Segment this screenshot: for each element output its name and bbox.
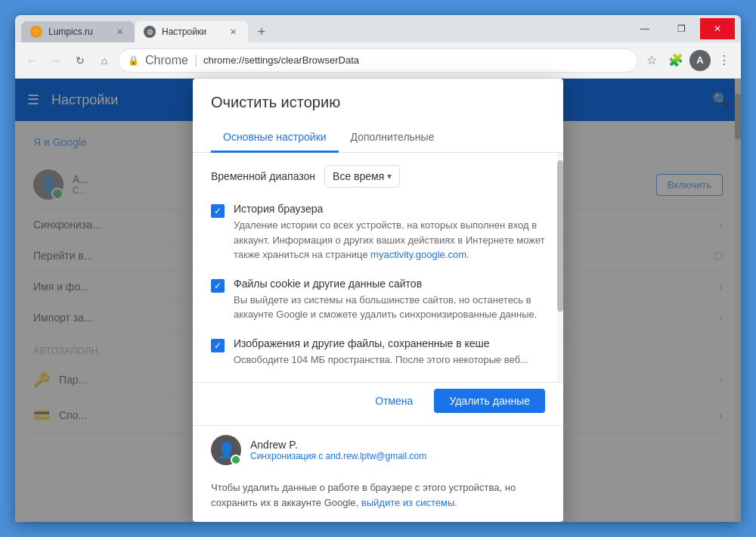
checkbox-cache-desc: Освободите 104 МБ пространства. После эт… <box>234 352 545 368</box>
modal-profile-name: Andrew P. <box>250 439 545 451</box>
checkbox-history-box[interactable]: ✓ <box>211 204 225 218</box>
modal-body[interactable]: Временной диапазон Все время ▾ ✓ История… <box>193 153 563 382</box>
checkbox-cookies-content: Файлы cookie и другие данные сайтов Вы в… <box>234 278 545 322</box>
checkbox-history-content: История браузера Удаление истории со все… <box>234 203 545 262</box>
profile-sync-badge <box>231 455 241 465</box>
clear-history-modal: Очистить историю Основные настройки Допо… <box>193 79 563 522</box>
settings-favicon: ⚙ <box>144 26 156 38</box>
url-chrome-part: Chrome <box>145 54 188 67</box>
modal-buttons: Отмена Удалить данные <box>193 382 563 425</box>
lock-icon: 🔒 <box>128 55 139 66</box>
modal-info-text: Чтобы удалить данные о работе в браузере… <box>193 474 563 522</box>
modal-scrollbar-track <box>557 153 563 382</box>
time-range-row: Временной диапазон Все время ▾ <box>211 165 545 188</box>
new-tab-button[interactable]: + <box>251 21 272 42</box>
tab-lumpics-close[interactable]: ✕ <box>113 26 125 38</box>
checkmark-icon: ✓ <box>214 206 222 216</box>
window-controls: — ❐ ✕ <box>627 18 735 42</box>
checkbox-cache[interactable]: ✓ Изображения и другие файлы, сохраненны… <box>211 337 545 368</box>
signout-link[interactable]: выйдите из системы. <box>361 497 457 508</box>
checkmark-cookies-icon: ✓ <box>214 281 222 290</box>
minimize-button[interactable]: — <box>627 18 662 39</box>
bookmark-button[interactable]: ☆ <box>641 50 662 71</box>
checkbox-history-title: История браузера <box>234 203 545 215</box>
checkbox-cookies[interactable]: ✓ Файлы cookie и другие данные сайтов Вы… <box>211 278 545 322</box>
checkbox-cache-content: Изображения и другие файлы, сохраненные … <box>234 337 545 368</box>
home-button[interactable]: ⌂ <box>94 50 115 71</box>
tab-lumpics[interactable]: Lumpics.ru ✕ <box>21 21 135 42</box>
content-area: ☰ Настройки 🔍 Я и Google 👤 А... С... Вкл… <box>15 79 741 522</box>
tab-basic-settings[interactable]: Основные настройки <box>211 123 339 153</box>
reload-button[interactable]: ↻ <box>70 50 91 71</box>
checkbox-cache-title: Изображения и другие файлы, сохраненные … <box>234 337 545 349</box>
forward-button[interactable]: → <box>45 50 67 71</box>
url-bar[interactable]: 🔒 Chrome | chrome://settings/clearBrowse… <box>118 48 638 73</box>
modal-tabs: Основные настройки Дополнительные <box>193 123 563 153</box>
tab-settings-close[interactable]: ✕ <box>227 26 239 38</box>
checkbox-cookies-box[interactable]: ✓ <box>211 279 225 293</box>
address-bar: ← → ↻ ⌂ 🔒 Chrome | chrome://settings/cle… <box>15 42 741 79</box>
time-range-value: Все время <box>333 170 384 182</box>
modal-profile-section: 👤 Andrew P. Синхронизация с and.rew.lptw… <box>193 425 563 474</box>
cancel-button[interactable]: Отмена <box>360 389 428 413</box>
tab-lumpics-title: Lumpics.ru <box>48 26 107 37</box>
modal-profile-info: Andrew P. Синхронизация с and.rew.lptw@g… <box>250 439 545 461</box>
modal-profile-email: Синхронизация с and.rew.lptw@gmail.com <box>250 451 545 461</box>
myactivity-link[interactable]: myactivity.google.com <box>370 249 466 260</box>
browser-window: Lumpics.ru ✕ ⚙ Настройки ✕ + — ❐ ✕ ← → ↻… <box>15 15 741 522</box>
modal-scrollbar-thumb[interactable] <box>557 160 563 312</box>
url-separator: | <box>194 54 197 67</box>
extensions-button[interactable]: 🧩 <box>665 50 686 71</box>
tab-advanced-settings[interactable]: Дополнительные <box>339 123 447 153</box>
title-bar: Lumpics.ru ✕ ⚙ Настройки ✕ + — ❐ ✕ <box>15 15 741 42</box>
tab-settings[interactable]: ⚙ Настройки ✕ <box>135 21 248 42</box>
time-range-select[interactable]: Все время ▾ <box>324 165 400 188</box>
modal-overlay: Очистить историю Основные настройки Допо… <box>15 79 741 522</box>
delete-data-button[interactable]: Удалить данные <box>434 389 545 413</box>
modal-title: Очистить историю <box>193 79 563 111</box>
checkbox-cookies-desc: Вы выйдете из системы на большинстве сай… <box>234 293 545 322</box>
time-range-label: Временной диапазон <box>211 170 315 182</box>
lumpics-favicon <box>30 26 42 38</box>
url-text: chrome://settings/clearBrowserData <box>203 54 628 66</box>
profile-button[interactable]: A <box>689 50 711 71</box>
checkbox-cache-box[interactable]: ✓ <box>211 339 225 352</box>
menu-button[interactable]: ⋮ <box>714 50 735 71</box>
checkbox-history-desc: Удаление истории со всех устройств, на к… <box>234 218 545 262</box>
restore-button[interactable]: ❐ <box>664 18 699 39</box>
checkbox-history[interactable]: ✓ История браузера Удаление истории со в… <box>211 203 545 262</box>
checkmark-cache-icon: ✓ <box>214 341 222 350</box>
back-button[interactable]: ← <box>21 50 42 71</box>
checkbox-cookies-title: Файлы cookie и другие данные сайтов <box>234 278 545 290</box>
tab-settings-title: Настройки <box>162 26 221 37</box>
tab-strip: Lumpics.ru ✕ ⚙ Настройки ✕ + <box>21 21 627 42</box>
select-arrow-icon: ▾ <box>387 171 392 182</box>
modal-profile-avatar: 👤 <box>211 435 241 465</box>
close-button[interactable]: ✕ <box>700 18 735 39</box>
address-bar-right: ☆ 🧩 A ⋮ <box>641 50 735 71</box>
